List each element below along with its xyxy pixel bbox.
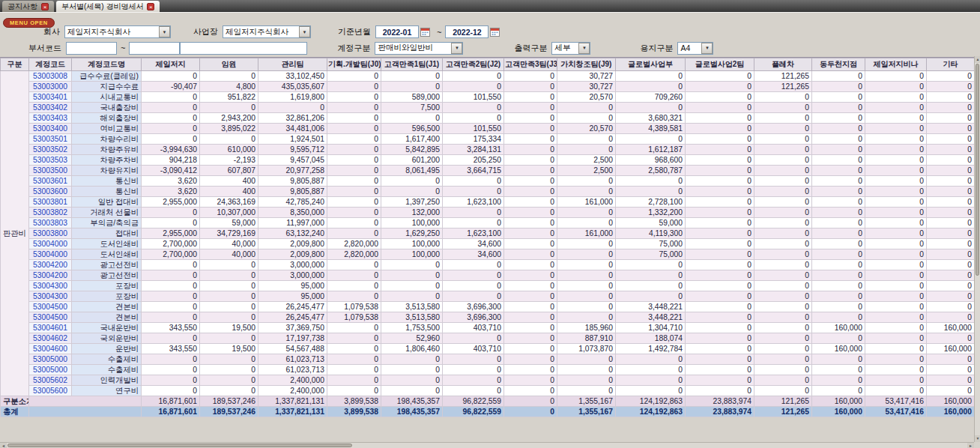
- amount-cell[interactable]: 198,435,357: [381, 396, 443, 407]
- account-code-cell[interactable]: 53003008: [29, 71, 72, 82]
- amount-cell[interactable]: 0: [327, 228, 381, 239]
- amount-cell[interactable]: -90,407: [142, 82, 200, 92]
- table-row[interactable]: 53003801일반 접대비2,955,00024,363,16942,785,…: [1, 197, 975, 208]
- amount-cell[interactable]: 0: [616, 365, 686, 375]
- amount-cell[interactable]: 0: [927, 249, 975, 260]
- amount-cell[interactable]: 3,680,321: [616, 113, 686, 124]
- account-name-cell[interactable]: 국외운반비: [72, 333, 142, 344]
- subtotal-row[interactable]: 구분소계16,871,601189,537,2461,337,821,1313,…: [1, 396, 975, 407]
- amount-cell[interactable]: 121,265: [754, 396, 812, 407]
- amount-cell[interactable]: 0: [504, 270, 557, 281]
- amount-cell[interactable]: 0: [504, 82, 557, 92]
- amount-cell[interactable]: 0: [812, 386, 865, 396]
- amount-cell[interactable]: 0: [557, 176, 616, 187]
- account-name-cell[interactable]: 차량유지비: [72, 166, 142, 176]
- amount-cell[interactable]: 0: [812, 124, 865, 134]
- amount-cell[interactable]: 2,700,000: [142, 249, 200, 260]
- amount-cell[interactable]: 161,000: [557, 197, 616, 208]
- amount-cell[interactable]: 589,000: [381, 92, 443, 103]
- amount-cell[interactable]: 0: [865, 166, 927, 176]
- amount-cell[interactable]: 0: [812, 239, 865, 249]
- amount-cell[interactable]: 0: [754, 333, 812, 344]
- amount-cell[interactable]: 75,000: [616, 249, 686, 260]
- amount-cell[interactable]: 0: [927, 113, 975, 124]
- account-code-cell[interactable]: 53004601: [29, 323, 72, 333]
- amount-cell[interactable]: 610,000: [200, 145, 258, 155]
- amount-cell[interactable]: 0: [865, 176, 927, 187]
- amount-cell[interactable]: 0: [812, 228, 865, 239]
- amount-cell[interactable]: 0: [865, 187, 927, 197]
- amount-cell[interactable]: 2,580,787: [616, 166, 686, 176]
- amount-cell[interactable]: 0: [686, 113, 754, 124]
- amount-cell[interactable]: 0: [754, 187, 812, 197]
- amount-cell[interactable]: 2,943,200: [200, 113, 258, 124]
- amount-cell[interactable]: 0: [865, 323, 927, 333]
- amount-cell[interactable]: 185,960: [557, 323, 616, 333]
- amount-cell[interactable]: 0: [616, 71, 686, 82]
- amount-cell[interactable]: 0: [200, 365, 258, 375]
- amount-cell[interactable]: 0: [557, 281, 616, 291]
- amount-cell[interactable]: 904,218: [142, 155, 200, 166]
- amount-cell[interactable]: 0: [812, 218, 865, 228]
- amount-cell[interactable]: 0: [686, 312, 754, 323]
- amount-cell[interactable]: 23,883,974: [686, 407, 754, 417]
- amount-cell[interactable]: 3,899,538: [327, 396, 381, 407]
- table-row[interactable]: 53003501차량수리비001,924,50101,617,400175,33…: [1, 134, 975, 145]
- amount-cell[interactable]: 33,102,450: [258, 71, 327, 82]
- amount-cell[interactable]: 16,871,601: [142, 407, 200, 417]
- amount-cell[interactable]: 0: [504, 239, 557, 249]
- amount-cell[interactable]: 0: [927, 145, 975, 155]
- amount-cell[interactable]: 0: [327, 187, 381, 197]
- account-name-cell[interactable]: 시내교통비: [72, 92, 142, 103]
- amount-cell[interactable]: 0: [812, 249, 865, 260]
- amount-cell[interactable]: 0: [327, 145, 381, 155]
- amount-cell[interactable]: 0: [327, 71, 381, 82]
- table-row[interactable]: 53005602인력개발비002,400,00000000000000: [1, 375, 975, 386]
- amount-cell[interactable]: 0: [142, 124, 200, 134]
- amount-cell[interactable]: 0: [686, 249, 754, 260]
- dept-code-to-input[interactable]: [129, 42, 180, 55]
- amount-cell[interactable]: 0: [754, 145, 812, 155]
- table-row[interactable]: 53003802거래처 선물비010,307,0008,350,0000132,…: [1, 208, 975, 218]
- amount-cell[interactable]: 0: [927, 176, 975, 187]
- amount-cell[interactable]: 61,023,713: [258, 354, 327, 365]
- amount-cell[interactable]: 160,000: [812, 396, 865, 407]
- amount-cell[interactable]: 160,000: [927, 323, 975, 333]
- amount-cell[interactable]: 75,000: [616, 239, 686, 249]
- amount-cell[interactable]: 0: [504, 365, 557, 375]
- amount-cell[interactable]: 0: [142, 386, 200, 396]
- amount-cell[interactable]: 0: [686, 82, 754, 92]
- account-code-cell[interactable]: 53004300: [29, 291, 72, 302]
- amount-cell[interactable]: 0: [754, 124, 812, 134]
- amount-cell[interactable]: 96,822,559: [443, 407, 504, 417]
- amount-cell[interactable]: 0: [812, 166, 865, 176]
- amount-cell[interactable]: 96,822,559: [443, 396, 504, 407]
- amount-cell[interactable]: 400: [200, 176, 258, 187]
- amount-cell[interactable]: 0: [327, 270, 381, 281]
- amount-cell[interactable]: 0: [504, 354, 557, 365]
- paper-type-select[interactable]: A4 ▼: [677, 42, 713, 55]
- account-code-cell[interactable]: 53004600: [29, 344, 72, 354]
- amount-cell[interactable]: 30,727: [557, 82, 616, 92]
- amount-cell[interactable]: 607,807: [200, 166, 258, 176]
- amount-cell[interactable]: 0: [812, 103, 865, 113]
- amount-cell[interactable]: 0: [443, 176, 504, 187]
- amount-cell[interactable]: 26,245,477: [258, 312, 327, 323]
- calendar-icon[interactable]: [420, 27, 430, 37]
- amount-cell[interactable]: 0: [443, 354, 504, 365]
- amount-cell[interactable]: 3,448,221: [616, 312, 686, 323]
- amount-cell[interactable]: 20,570: [557, 124, 616, 134]
- amount-cell[interactable]: 0: [327, 208, 381, 218]
- amount-cell[interactable]: 0: [381, 113, 443, 124]
- amount-cell[interactable]: 0: [557, 375, 616, 386]
- amount-cell[interactable]: 0: [686, 155, 754, 166]
- amount-cell[interactable]: 0: [504, 323, 557, 333]
- amount-cell[interactable]: 0: [686, 386, 754, 396]
- account-name-cell[interactable]: 견본비: [72, 312, 142, 323]
- amount-cell[interactable]: 0: [686, 375, 754, 386]
- amount-cell[interactable]: 1,073,870: [557, 344, 616, 354]
- amount-cell[interactable]: 709,260: [616, 92, 686, 103]
- amount-cell[interactable]: 0: [557, 208, 616, 218]
- amount-cell[interactable]: 189,537,246: [200, 396, 258, 407]
- account-name-cell[interactable]: 차량주차비: [72, 155, 142, 166]
